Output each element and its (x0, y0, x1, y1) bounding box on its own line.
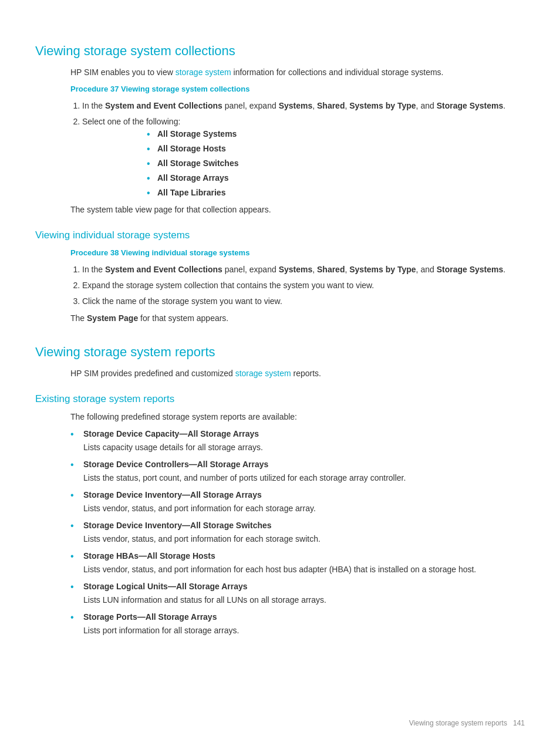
procedure-37-steps: In the System and Event Collections pane… (82, 100, 525, 199)
option-all-storage-hosts: All Storage Hosts (147, 143, 525, 155)
existing-reports-list: Storage Device Capacity—All Storage Arra… (70, 428, 525, 637)
report-storage-device-inventory-switches: Storage Device Inventory—All Storage Swi… (70, 519, 525, 545)
procedure-38-conclusion: The System Page for that system appears. (70, 312, 525, 325)
option-all-storage-arrays: All Storage Arrays (147, 172, 525, 184)
option-all-storage-switches: All Storage Switches (147, 157, 525, 170)
option-all-tape-libraries: All Tape Libraries (147, 187, 525, 199)
storage-system-link-1[interactable]: storage system (176, 67, 231, 77)
procedure-37-step-1: In the System and Event Collections pane… (82, 100, 525, 112)
option-all-storage-systems: All Storage Systems (147, 128, 525, 140)
procedure-37-step-2: Select one of the following: All Storage… (82, 116, 525, 199)
heading-viewing-storage-collections: Viewing storage system collections (35, 41, 525, 60)
heading-viewing-individual-storage: Viewing individual storage systems (35, 228, 525, 243)
procedure-37-heading: Procedure 37 Viewing storage system coll… (70, 83, 525, 95)
report-storage-device-controllers: Storage Device Controllers—All Storage A… (70, 458, 525, 484)
storage-system-link-2[interactable]: storage system (235, 369, 291, 378)
procedure-38-step-3: Click the name of the storage system you… (82, 295, 525, 308)
procedure-38-step-1: In the System and Event Collections pane… (82, 264, 525, 276)
procedure-38-heading: Procedure 38 Viewing individual storage … (70, 247, 525, 259)
page-footer: Viewing storage system reports 141 (409, 718, 525, 728)
page-number: 141 (513, 719, 525, 727)
report-storage-hbas: Storage HBAs—All Storage Hosts Lists ven… (70, 550, 525, 576)
procedure-37-conclusion: The system table view page for that coll… (70, 204, 525, 216)
intro-text-1: HP SIM enables you to view storage syste… (70, 66, 525, 79)
report-storage-device-inventory-arrays: Storage Device Inventory—All Storage Arr… (70, 489, 525, 515)
existing-reports-intro: The following predefined storage system … (70, 411, 525, 423)
report-storage-logical-units: Storage Logical Units—All Storage Arrays… (70, 580, 525, 606)
storage-collection-options: All Storage Systems All Storage Hosts Al… (147, 128, 525, 199)
procedure-38-step-2: Expand the storage system collection tha… (82, 279, 525, 292)
report-storage-ports: Storage Ports—All Storage Arrays Lists p… (70, 611, 525, 637)
report-storage-device-capacity: Storage Device Capacity—All Storage Arra… (70, 428, 525, 454)
heading-existing-storage-reports: Existing storage system reports (35, 391, 525, 407)
intro-text-3: HP SIM provides predefined and customize… (70, 367, 525, 380)
footer-text: Viewing storage system reports (409, 719, 507, 727)
heading-viewing-storage-reports: Viewing storage system reports (35, 342, 525, 362)
procedure-38-steps: In the System and Event Collections pane… (82, 264, 525, 308)
